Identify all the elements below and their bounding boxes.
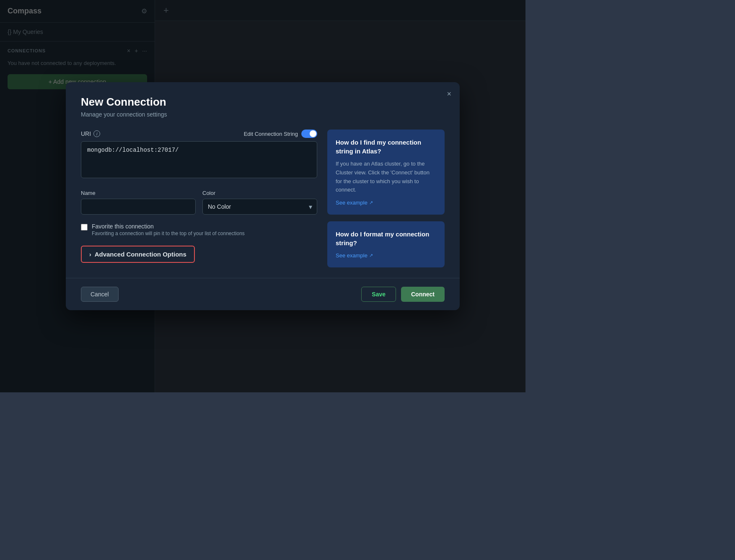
modal-overlay: × New Connection Manage your connection … [0, 0, 525, 392]
edit-connection-string: Edit Connection String [244, 130, 317, 138]
advanced-btn-label: Advanced Connection Options [95, 251, 186, 258]
color-label: Color [202, 190, 317, 196]
uri-section: URI i Edit Connection String [81, 130, 317, 180]
uri-header: URI i Edit Connection String [81, 130, 317, 138]
info-card-atlas-text: If you have an Atlas cluster, go to the … [336, 160, 436, 194]
modal-body: New Connection Manage your connection se… [66, 82, 460, 275]
connect-button[interactable]: Connect [401, 287, 445, 302]
uri-input[interactable] [81, 141, 317, 178]
save-button[interactable]: Save [361, 287, 396, 302]
info-card-format-link[interactable]: See example [336, 252, 373, 259]
modal-close-button[interactable]: × [447, 90, 451, 99]
color-select-wrapper: No Color [202, 199, 317, 215]
color-select[interactable]: No Color [202, 199, 317, 215]
favorite-row: Favorite this connection Favoriting a co… [81, 223, 317, 236]
info-card-format: How do I format my connection string? Se… [327, 221, 445, 267]
name-input[interactable] [81, 199, 196, 215]
info-card-atlas-title: How do I find my connection string in At… [336, 138, 436, 156]
edit-connection-string-label: Edit Connection String [244, 131, 298, 137]
modal-footer: Cancel Save Connect [66, 278, 460, 310]
name-color-row: Name Color No Color [81, 190, 317, 215]
footer-right: Save Connect [361, 287, 445, 302]
favorite-desc: Favoriting a connection will pin it to t… [92, 231, 245, 236]
edit-connection-string-toggle[interactable] [301, 130, 317, 138]
name-label: Name [81, 190, 196, 196]
favorite-text: Favorite this connection Favoriting a co… [92, 223, 245, 236]
favorite-title: Favorite this connection [92, 223, 245, 230]
uri-label: URI i [81, 130, 100, 137]
modal-content-grid: URI i Edit Connection String [81, 130, 445, 275]
uri-label-text: URI [81, 130, 91, 137]
cancel-button[interactable]: Cancel [81, 287, 119, 302]
color-field-group: Color No Color [202, 190, 317, 215]
advanced-connection-options-button[interactable]: › Advanced Connection Options [81, 246, 195, 263]
new-connection-modal: × New Connection Manage your connection … [66, 82, 460, 310]
uri-info-icon[interactable]: i [93, 130, 100, 137]
chevron-right-icon: › [89, 251, 91, 258]
info-card-atlas-link[interactable]: See example [336, 200, 373, 206]
info-card-atlas: How do I find my connection string in At… [327, 130, 445, 215]
favorite-checkbox[interactable] [81, 224, 88, 231]
modal-subtitle: Manage your connection settings [81, 111, 445, 118]
modal-title: New Connection [81, 96, 445, 109]
info-card-format-title: How do I format my connection string? [336, 230, 436, 247]
name-field-group: Name [81, 190, 196, 215]
modal-right: How do I find my connection string in At… [327, 130, 445, 275]
modal-left: URI i Edit Connection String [81, 130, 317, 275]
